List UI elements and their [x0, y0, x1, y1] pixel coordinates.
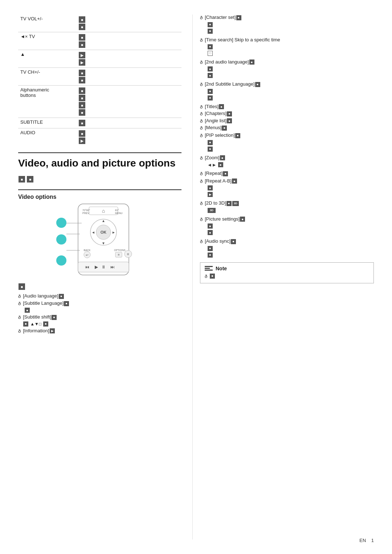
svg-text:▶: ▶ [95, 264, 98, 270]
item-text: [Audio sync]■ [205, 238, 236, 245]
svg-text:⏭: ⏭ [110, 264, 115, 270]
icon: ■ [223, 171, 228, 176]
icon: ■ [208, 253, 213, 258]
bullet: ð [200, 118, 203, 124]
note-label: Note [216, 266, 227, 271]
list-item: ð [Subtitle Language]■ ■ [18, 300, 181, 313]
item-text: [Repeat A-B]■ [205, 178, 237, 184]
item-text: [2nd audio language]■ [205, 59, 254, 65]
icon: ■ [208, 246, 213, 251]
icon: ■ [208, 44, 213, 49]
table-row: SUBTITLE ■ [18, 118, 181, 128]
list-item: ð [Subtitle shift]■ ■ ▲▼□ ■ [18, 314, 181, 327]
right-item-picture: ð [Picture settings]■ ■ ■ [200, 216, 374, 236]
svg-text:⏸: ⏸ [101, 264, 106, 270]
svg-text:◄: ◄ [91, 230, 95, 234]
note-line-3 [205, 270, 213, 271]
bullet: ð [205, 274, 207, 279]
table-row: ◄× TV ■ ■ [18, 32, 181, 50]
right-item-2nd-subtitle: ð [2nd Subtitle Language]■ ■ ■ [200, 81, 374, 101]
table-row: TV CH+/- ■ ■ [18, 68, 181, 86]
icon: ■ [240, 217, 245, 222]
icon: ■ [79, 41, 85, 48]
svg-text:≡: ≡ [127, 252, 129, 256]
page-footer: EN 1 [359, 538, 374, 543]
right-item-2d3d: ð [2D to 3D]■3D 3D [200, 200, 374, 213]
row-label: ▲ [18, 50, 76, 68]
svg-text:70°80°: 70°80° [82, 209, 90, 212]
left-bullet-list: ð [Audio language]■ ð [Subtitle Language… [18, 293, 181, 334]
icon: ■ [208, 223, 213, 229]
item-text: [Angle list]■ [205, 118, 232, 124]
item-text: [Picture settings]■ [205, 216, 245, 222]
list-item: ð [Audio language]■ [18, 293, 181, 299]
item-text: [Audio language]■ [23, 293, 181, 299]
table-row: AUDIO ■ ▶ [18, 128, 181, 146]
icon: ■ [59, 294, 64, 299]
icon: ■ [232, 178, 237, 184]
svg-text:OPTIONS: OPTIONS [114, 249, 126, 251]
right-item-zoom: ð [Zoom]■ ◄►■ [200, 155, 374, 168]
item-text: [Information]▶ [23, 328, 181, 334]
right-item-time-search: ð [Time search] Skip to a specific time … [200, 37, 374, 56]
bullet: ð [18, 315, 21, 320]
left-column: TV VOL+/- ■ ■ ◄× TV ■ ■ ▲ ▶ [18, 15, 192, 539]
bullet: ð [18, 294, 21, 299]
icon: ■ [208, 29, 213, 34]
icon: ■ [79, 109, 85, 116]
bullet: ð [200, 59, 203, 65]
svg-text:≡: ≡ [118, 253, 119, 257]
svg-text:⏮: ⏮ [85, 264, 89, 270]
table-row: TV VOL+/- ■ ■ [18, 15, 181, 32]
right-item-character-set: ð [Character set]■ ■ ■ [200, 15, 374, 34]
row-icons: ▶ ▶ [76, 50, 181, 68]
main-heading: Video, audio and picture options [18, 157, 181, 170]
svg-text:▲: ▲ [102, 219, 105, 223]
list-item: ð [Information]▶ [18, 328, 181, 334]
footer-page-num: 1 [371, 538, 374, 543]
svg-text:PREV: PREV [82, 212, 89, 214]
row-icons: ■ ▶ [76, 128, 181, 146]
note-line-1 [205, 266, 213, 267]
icon: ▶ [79, 52, 85, 58]
svg-text:▼: ▼ [102, 241, 105, 245]
bottom-icon-a: ■ [18, 283, 181, 290]
icon: ■ [227, 118, 232, 123]
item-text: [Menus]■ [205, 125, 227, 131]
row-icons: ■ ■ ■ ■ [76, 86, 181, 118]
icon: ▶ [79, 138, 85, 144]
icon: ■ [208, 22, 213, 27]
bullet: ð [200, 111, 203, 116]
icon: ■ [52, 315, 57, 320]
note-content: ð ■ [205, 273, 369, 279]
bullet: ð [200, 133, 203, 138]
row-icons: ■ ■ [76, 68, 181, 86]
right-item-pip: ð [PIP selection]■ ■ ■ [200, 132, 374, 152]
bullet: ð [200, 125, 203, 131]
item-text: [Subtitle shift]■ ■ ▲▼□ ■ [23, 314, 181, 327]
right-item-2nd-audio: ð [2nd audio language]■ ■ ■ [200, 59, 374, 79]
table-row: ▲ ▶ ▶ [18, 50, 181, 68]
right-item-audiosync: ð [Audio sync]■ ■ ■ [200, 238, 374, 258]
icon: ■ [208, 140, 213, 145]
icon: ■ [235, 133, 240, 138]
icon: ■ [43, 321, 48, 327]
section-divider-2 [18, 189, 181, 190]
right-item-angle: ð [Angle list]■ [200, 118, 374, 124]
footer-lang: EN [359, 538, 366, 543]
video-options-heading: Video options [18, 194, 181, 200]
icon: ■ [220, 155, 225, 160]
bullet: ð [200, 37, 203, 43]
bullet: ð [200, 239, 203, 244]
icon: ■ [208, 147, 213, 152]
bullet: ð [200, 171, 203, 176]
icon: ■ [227, 111, 232, 116]
row-label: AUDIO [18, 128, 76, 146]
icon: ■ [79, 24, 85, 30]
bullet: ð [18, 328, 21, 334]
bullet: ð [200, 217, 203, 222]
icon: ■ [210, 274, 215, 279]
svg-text:►: ► [112, 230, 115, 234]
svg-text:81°: 81° [115, 209, 119, 212]
row-icons: ■ ■ [76, 32, 181, 50]
